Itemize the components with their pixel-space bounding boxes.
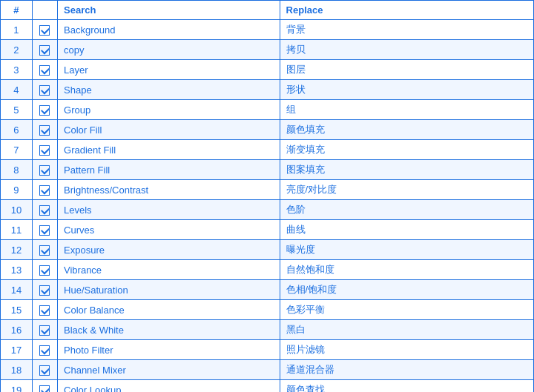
checkbox-checked-icon[interactable] <box>39 265 50 276</box>
table-row: 11Curves曲线 <box>1 220 534 240</box>
row-search-value: Curves <box>58 220 280 240</box>
row-replace-value: 图案填充 <box>280 160 533 180</box>
row-replace-value: 通道混合器 <box>280 360 533 380</box>
row-search-value: Layer <box>58 60 280 80</box>
row-checkbox-cell[interactable] <box>32 100 57 120</box>
checkbox-checked-icon[interactable] <box>39 225 50 236</box>
row-replace-value: 亮度/对比度 <box>280 180 533 200</box>
table-row: 6Color Fill颜色填充 <box>1 120 534 140</box>
table-row: 12Exposure曝光度 <box>1 240 534 260</box>
checkbox-checked-icon[interactable] <box>39 125 50 136</box>
row-search-value: Exposure <box>58 240 280 260</box>
table-row: 13Vibrance自然饱和度 <box>1 260 534 280</box>
header-search: Search <box>58 1 280 20</box>
checkbox-checked-icon[interactable] <box>39 325 50 336</box>
table-row: 19Color Lookup颜色查找 <box>1 380 534 393</box>
row-checkbox-cell[interactable] <box>32 20 57 40</box>
row-search-value: Pattern Fill <box>58 160 280 180</box>
row-search-value: Black & White <box>58 320 280 340</box>
row-checkbox-cell[interactable] <box>32 120 57 140</box>
row-checkbox-cell[interactable] <box>32 320 57 340</box>
row-replace-value: 自然饱和度 <box>280 260 533 280</box>
table-row: 9Brightness/Contrast亮度/对比度 <box>1 180 534 200</box>
checkbox-checked-icon[interactable] <box>39 245 50 256</box>
row-number: 13 <box>1 260 33 280</box>
row-replace-value: 颜色填充 <box>280 120 533 140</box>
row-replace-value: 曝光度 <box>280 240 533 260</box>
table-row: 10Levels色阶 <box>1 200 534 220</box>
row-checkbox-cell[interactable] <box>32 240 57 260</box>
checkbox-checked-icon[interactable] <box>39 105 50 116</box>
row-checkbox-cell[interactable] <box>32 40 57 60</box>
row-number: 2 <box>1 40 33 60</box>
row-number: 9 <box>1 180 33 200</box>
row-replace-value: 形状 <box>280 80 533 100</box>
row-replace-value: 组 <box>280 100 533 120</box>
row-checkbox-cell[interactable] <box>32 160 57 180</box>
row-number: 12 <box>1 240 33 260</box>
checkbox-checked-icon[interactable] <box>39 285 50 296</box>
row-search-value: Color Lookup <box>58 380 280 393</box>
checkbox-checked-icon[interactable] <box>39 145 50 156</box>
row-checkbox-cell[interactable] <box>32 180 57 200</box>
row-checkbox-cell[interactable] <box>32 340 57 360</box>
checkbox-checked-icon[interactable] <box>39 385 50 392</box>
row-checkbox-cell[interactable] <box>32 380 57 393</box>
table-row: 2copy拷贝 <box>1 40 534 60</box>
row-search-value: copy <box>58 40 280 60</box>
checkbox-checked-icon[interactable] <box>39 345 50 356</box>
row-search-value: Channel Mixer <box>58 360 280 380</box>
checkbox-checked-icon[interactable] <box>39 25 50 36</box>
table-row: 16Black & White黑白 <box>1 320 534 340</box>
checkbox-checked-icon[interactable] <box>39 165 50 176</box>
table-header-row: # Search Replace <box>1 1 534 20</box>
checkbox-checked-icon[interactable] <box>39 85 50 96</box>
row-number: 8 <box>1 160 33 180</box>
checkbox-checked-icon[interactable] <box>39 65 50 76</box>
row-search-value: Color Balance <box>58 300 280 320</box>
table-row: 17Photo Filter照片滤镜 <box>1 340 534 360</box>
table-row: 5Group组 <box>1 100 534 120</box>
row-number: 15 <box>1 300 33 320</box>
row-checkbox-cell[interactable] <box>32 300 57 320</box>
row-number: 18 <box>1 360 33 380</box>
row-replace-value: 色阶 <box>280 200 533 220</box>
row-number: 1 <box>1 20 33 40</box>
row-checkbox-cell[interactable] <box>32 360 57 380</box>
row-number: 4 <box>1 80 33 100</box>
header-num: # <box>1 1 33 20</box>
row-search-value: Hue/Saturation <box>58 280 280 300</box>
row-checkbox-cell[interactable] <box>32 60 57 80</box>
table-row: 18Channel Mixer通道混合器 <box>1 360 534 380</box>
checkbox-checked-icon[interactable] <box>39 185 50 196</box>
row-checkbox-cell[interactable] <box>32 280 57 300</box>
row-replace-value: 拷贝 <box>280 40 533 60</box>
row-number: 6 <box>1 120 33 140</box>
row-number: 19 <box>1 380 33 393</box>
row-search-value: Brightness/Contrast <box>58 180 280 200</box>
row-search-value: Levels <box>58 200 280 220</box>
table-row: 4Shape形状 <box>1 80 534 100</box>
row-search-value: Background <box>58 20 280 40</box>
row-checkbox-cell[interactable] <box>32 80 57 100</box>
table-row: 8Pattern Fill图案填充 <box>1 160 534 180</box>
row-replace-value: 图层 <box>280 60 533 80</box>
search-replace-table: # Search Replace 1Background背景2copy拷贝3La… <box>0 0 534 392</box>
row-search-value: Gradient Fill <box>58 140 280 160</box>
row-replace-value: 黑白 <box>280 320 533 340</box>
row-search-value: Photo Filter <box>58 340 280 360</box>
row-number: 5 <box>1 100 33 120</box>
checkbox-checked-icon[interactable] <box>39 205 50 216</box>
checkbox-checked-icon[interactable] <box>39 305 50 316</box>
checkbox-checked-icon[interactable] <box>39 365 50 376</box>
main-table-container: # Search Replace 1Background背景2copy拷贝3La… <box>0 0 534 392</box>
row-number: 14 <box>1 280 33 300</box>
row-checkbox-cell[interactable] <box>32 220 57 240</box>
checkbox-checked-icon[interactable] <box>39 45 50 56</box>
row-checkbox-cell[interactable] <box>32 260 57 280</box>
table-row: 3Layer图层 <box>1 60 534 80</box>
row-replace-value: 渐变填充 <box>280 140 533 160</box>
table-row: 15Color Balance色彩平衡 <box>1 300 534 320</box>
row-checkbox-cell[interactable] <box>32 140 57 160</box>
row-checkbox-cell[interactable] <box>32 200 57 220</box>
